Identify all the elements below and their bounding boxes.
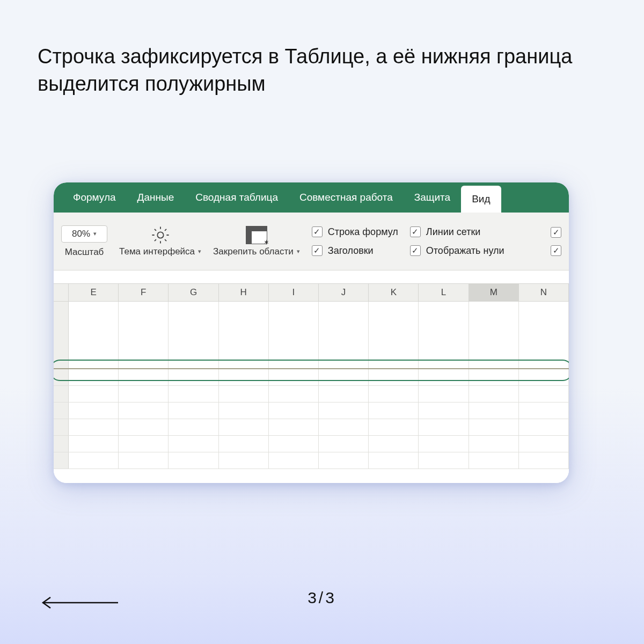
- cell[interactable]: [269, 436, 319, 452]
- tab-pivot[interactable]: Сводная таблица: [185, 182, 289, 213]
- cell[interactable]: [219, 386, 269, 402]
- col-header-H[interactable]: H: [219, 284, 269, 301]
- col-header-L[interactable]: L: [419, 284, 469, 301]
- cell[interactable]: [319, 402, 369, 419]
- cell[interactable]: [369, 369, 419, 385]
- table-row[interactable]: [54, 402, 569, 419]
- cell[interactable]: [419, 436, 469, 452]
- cell[interactable]: [119, 452, 169, 469]
- col-header-G[interactable]: G: [169, 284, 218, 301]
- cell[interactable]: [519, 402, 569, 419]
- cell[interactable]: [69, 369, 119, 385]
- tab-collab[interactable]: Совместная работа: [289, 182, 404, 213]
- check-extra-2[interactable]: ✓: [551, 245, 561, 256]
- cell[interactable]: [469, 402, 519, 419]
- cell[interactable]: [319, 419, 369, 435]
- row-gutter[interactable]: [54, 302, 69, 368]
- cell[interactable]: [519, 452, 569, 469]
- cell[interactable]: [469, 369, 519, 385]
- table-row[interactable]: [54, 419, 569, 436]
- cell[interactable]: [69, 436, 119, 452]
- cell[interactable]: [419, 386, 469, 402]
- cell[interactable]: [219, 452, 269, 469]
- table-row[interactable]: [54, 452, 569, 469]
- cell[interactable]: [269, 302, 319, 368]
- cell[interactable]: [369, 436, 419, 452]
- cell[interactable]: [419, 402, 469, 419]
- check-formula-bar[interactable]: ✓ Строка формул: [312, 226, 398, 238]
- cell[interactable]: [319, 452, 369, 469]
- check-gridlines[interactable]: ✓ Линии сетки: [410, 226, 504, 238]
- cell[interactable]: [169, 402, 218, 419]
- col-header-E[interactable]: E: [69, 284, 119, 301]
- cell[interactable]: [419, 452, 469, 469]
- row-gutter[interactable]: [54, 452, 69, 469]
- cell[interactable]: [119, 402, 169, 419]
- grid-rows[interactable]: [54, 302, 569, 469]
- table-row[interactable]: [54, 386, 569, 402]
- cell[interactable]: [69, 419, 119, 435]
- cell[interactable]: [119, 419, 169, 435]
- cell[interactable]: [169, 419, 218, 435]
- table-row[interactable]: [54, 302, 569, 369]
- cell[interactable]: [119, 436, 169, 452]
- cell[interactable]: [169, 302, 218, 368]
- check-show-zeros[interactable]: ✓ Отображать нули: [410, 245, 504, 257]
- select-all-corner[interactable]: [54, 284, 69, 301]
- cell[interactable]: [219, 419, 269, 435]
- cell[interactable]: [369, 386, 419, 402]
- cell[interactable]: [269, 386, 319, 402]
- zoom-select[interactable]: 80% ▾: [61, 225, 107, 243]
- cell[interactable]: [69, 302, 119, 368]
- cell[interactable]: [119, 386, 169, 402]
- col-header-I[interactable]: I: [269, 284, 319, 301]
- cell[interactable]: [219, 436, 269, 452]
- cell[interactable]: [169, 452, 218, 469]
- cell[interactable]: [69, 386, 119, 402]
- cell[interactable]: [119, 302, 169, 368]
- cell[interactable]: [519, 436, 569, 452]
- cell[interactable]: [269, 419, 319, 435]
- cell[interactable]: [369, 402, 419, 419]
- check-extra-1[interactable]: ✓: [551, 227, 561, 238]
- tab-data[interactable]: Данные: [127, 182, 185, 213]
- cell[interactable]: [469, 436, 519, 452]
- col-header-K[interactable]: K: [369, 284, 419, 301]
- cell[interactable]: [369, 302, 419, 368]
- cell[interactable]: [319, 436, 369, 452]
- cell[interactable]: [319, 386, 369, 402]
- row-gutter[interactable]: [54, 436, 69, 452]
- table-row[interactable]: [54, 436, 569, 452]
- col-header-J[interactable]: J: [319, 284, 369, 301]
- row-gutter[interactable]: [54, 386, 69, 402]
- col-header-M[interactable]: M: [469, 284, 519, 301]
- cell[interactable]: [419, 369, 469, 385]
- cell[interactable]: [169, 369, 218, 385]
- cell[interactable]: [419, 302, 469, 368]
- row-gutter[interactable]: [54, 369, 69, 385]
- cell[interactable]: [519, 419, 569, 435]
- cell[interactable]: [469, 452, 519, 469]
- table-row[interactable]: [54, 369, 569, 386]
- cell[interactable]: [269, 402, 319, 419]
- cell[interactable]: [369, 419, 419, 435]
- col-header-F[interactable]: F: [119, 284, 169, 301]
- cell[interactable]: [269, 369, 319, 385]
- cell[interactable]: [469, 419, 519, 435]
- cell[interactable]: [219, 402, 269, 419]
- cell[interactable]: [219, 302, 269, 368]
- cell[interactable]: [519, 369, 569, 385]
- cell[interactable]: [219, 369, 269, 385]
- cell[interactable]: [119, 369, 169, 385]
- tab-formula[interactable]: Формула: [62, 182, 127, 213]
- cell[interactable]: [419, 419, 469, 435]
- cell[interactable]: [369, 452, 419, 469]
- row-gutter[interactable]: [54, 419, 69, 435]
- cell[interactable]: [69, 452, 119, 469]
- cell[interactable]: [169, 436, 218, 452]
- row-gutter[interactable]: [54, 402, 69, 419]
- cell[interactable]: [69, 402, 119, 419]
- cell[interactable]: [469, 386, 519, 402]
- cell[interactable]: [319, 369, 369, 385]
- check-headers[interactable]: ✓ Заголовки: [312, 245, 398, 257]
